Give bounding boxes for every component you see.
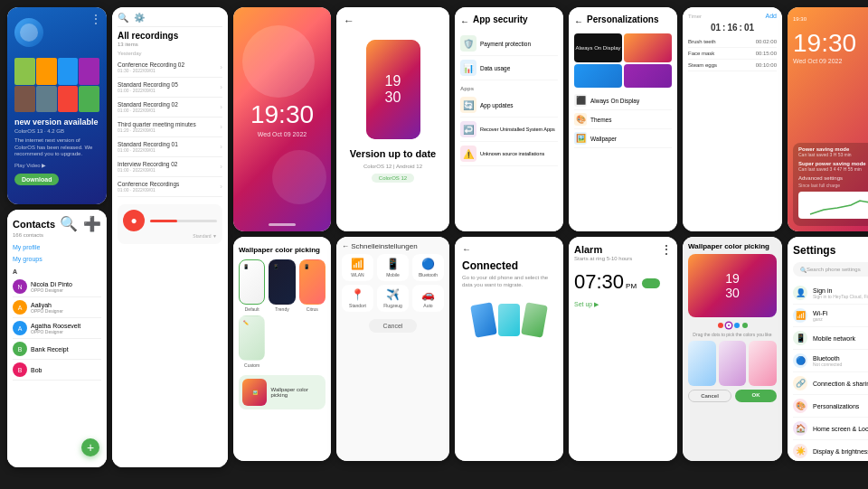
- display-icon: ☀️: [793, 444, 807, 458]
- schnell-cancel-button[interactable]: Cancel: [369, 319, 418, 333]
- dot-red[interactable]: [718, 323, 723, 328]
- recordings-toolbar: 🔍 ⚙️: [118, 13, 222, 27]
- sec-recover[interactable]: ↩️ Recover Uninstalled System Apps: [460, 118, 558, 142]
- settings-bluetooth[interactable]: 🔵 Bluetooth Not connected: [793, 350, 868, 372]
- recording-item-4[interactable]: Third quarter meeting minutes01:20 · 202…: [118, 118, 222, 137]
- transfer-animation: [462, 304, 556, 336]
- advanced-settings-link[interactable]: Advanced settings: [798, 175, 868, 181]
- settings-search-bar[interactable]: 🔍 Search phone settings: [793, 262, 868, 277]
- version-number: ColorOS 13 · 4.2 GB: [14, 128, 99, 136]
- recording-item-7[interactable]: Conference Recordings01:00 · 2022/09/01 …: [118, 177, 222, 197]
- settings-personalizations[interactable]: 🎨 Personalizations: [793, 395, 868, 418]
- timer-item-2[interactable]: Face mask 00:15:00: [688, 48, 777, 60]
- location-icon: 📍: [351, 288, 364, 301]
- settings-icon[interactable]: ⚙️: [134, 13, 145, 23]
- column-7: Timer Add 01 : 16 : 01 Brush teeth 00:02…: [683, 7, 782, 461]
- date-numbers-display: 01 : 16 : 01: [688, 23, 777, 33]
- dot-purple[interactable]: [726, 323, 731, 328]
- search-icon[interactable]: 🔍: [118, 13, 128, 23]
- alarm-menu[interactable]: ⋮: [661, 243, 672, 256]
- contact-role-aaliyah: OPPO Designer: [31, 308, 63, 314]
- sec-data[interactable]: 📊 Data usage: [460, 56, 558, 80]
- schnell-mobile[interactable]: 📱 Mobile: [377, 254, 409, 281]
- recording-item-3[interactable]: Standard Recording 0201:00 · 2022/09/01 …: [118, 98, 222, 118]
- sec-unknown[interactable]: ⚠️ Unknown source installations: [460, 142, 558, 166]
- menu-dots[interactable]: ⋮: [90, 13, 101, 25]
- contact-aaliyah[interactable]: A Aaliyah OPPO Designer: [13, 297, 101, 318]
- recording-item-6[interactable]: Interview Recording 0201:00 · 2022/09/01…: [118, 157, 222, 177]
- download-button[interactable]: Download: [14, 174, 59, 185]
- schnell-wlan[interactable]: 📶 WLAN: [342, 254, 373, 281]
- add-timer-btn[interactable]: Add: [766, 13, 777, 19]
- contact-nicola[interactable]: N Nicola Di Pinto OPPO Designer: [13, 277, 101, 297]
- settings-connection[interactable]: 🔗 Connection & sharing: [793, 372, 868, 395]
- back-connected[interactable]: ←: [462, 244, 556, 254]
- schnell-bluetooth[interactable]: 🔵 Bluetooth: [412, 254, 444, 281]
- schnell-airplane[interactable]: ✈️ Flugzeug: [377, 285, 409, 312]
- recording-item-2[interactable]: Standard Recording 0501:00 · 2022/09/01 …: [118, 78, 222, 98]
- add-contact-fab[interactable]: +: [81, 438, 99, 456]
- wp-clock: 1930: [725, 271, 740, 300]
- arrow-icon-6: ›: [220, 163, 222, 171]
- back-security[interactable]: ←: [460, 16, 469, 26]
- settings-mobile[interactable]: 📱 Mobile network: [793, 327, 868, 350]
- person-wallpaper[interactable]: 🖼️ Wallpaper: [574, 129, 672, 148]
- schnell-back-label[interactable]: ← Schnelleinstellungen: [342, 242, 444, 250]
- timer-item-3[interactable]: Steam eggs 00:10:00: [688, 60, 777, 71]
- blob-2: [272, 150, 326, 204]
- alarm-toggle[interactable]: [642, 278, 660, 288]
- contacts-search-icon[interactable]: 🔍: [60, 215, 78, 232]
- contact-agatha[interactable]: A Agatha Roosevelt OPPO Designer: [13, 318, 101, 339]
- person-title: Personalizations: [587, 14, 658, 24]
- person-themes[interactable]: 🎨 Themes: [574, 110, 672, 129]
- play-video[interactable]: Play Video ▶: [14, 162, 46, 168]
- dot-blue[interactable]: [734, 323, 740, 328]
- contact-bob[interactable]: B Bob: [13, 360, 101, 381]
- my-groups[interactable]: My groups: [13, 253, 101, 265]
- date-num-sep1: :: [722, 23, 725, 33]
- contacts-add-icon[interactable]: ➕: [83, 215, 101, 232]
- theme-citrus[interactable]: 📱 Citrus: [299, 259, 326, 312]
- wp-thumb-3[interactable]: [749, 341, 777, 386]
- timer-item-1[interactable]: Brush teeth 00:02:00: [688, 36, 777, 48]
- wallpaper-pick-row[interactable]: 🖼️ Wallpaper color picking: [239, 375, 326, 409]
- contact-bank[interactable]: B Bank Receipt: [13, 339, 101, 360]
- settings-phone-screen: 19:30 🔋 19:30 Wed Oct 09 2022 Power savi…: [788, 7, 868, 231]
- wp-ok-button[interactable]: OK: [735, 390, 777, 402]
- theme-trendy[interactable]: 📱 Trendy: [269, 259, 295, 312]
- back-person[interactable]: ←: [574, 16, 583, 26]
- back-button-version[interactable]: ←: [344, 14, 354, 27]
- recording-item-5[interactable]: Standard Recording 0101:00 · 2022/09/01 …: [118, 137, 222, 157]
- auto-label: Auto: [423, 303, 432, 308]
- alarm-subtitle: Starts at ring 5-10 hours: [574, 256, 672, 261]
- settings-display[interactable]: ☀️ Display & brightness: [793, 440, 868, 461]
- date-header: Timer Add: [688, 13, 777, 19]
- recording-item-1[interactable]: Conference Recording 0201:30 · 2022/09/0…: [118, 58, 222, 78]
- settings-homescreen[interactable]: 🏠 Home screen & Lock screen: [793, 418, 868, 440]
- person-aod[interactable]: ⬛ Always On Display: [574, 91, 672, 110]
- sec-updates[interactable]: 🔄 App updates: [460, 93, 558, 118]
- wp-thumb-1[interactable]: [688, 341, 716, 386]
- wp-cancel-button[interactable]: Cancel: [688, 390, 731, 402]
- settings-signin[interactable]: 👤 Sign in Sign in to HeyTap Cloud, Find …: [793, 282, 868, 305]
- payment-icon: 🛡️: [460, 35, 476, 52]
- wp-preview-thumb: 🖼️: [242, 379, 267, 406]
- schnell-auto[interactable]: 🚗 Auto: [412, 285, 444, 312]
- theme-default[interactable]: 📱 Default: [239, 259, 265, 312]
- wp-thumb-2[interactable]: [719, 341, 747, 386]
- dot-green[interactable]: [742, 323, 748, 328]
- settings-title: Settings: [793, 244, 868, 257]
- play-pause-button[interactable]: ●: [123, 210, 145, 231]
- security-title: App security: [473, 14, 528, 24]
- column-5: ← App security 🛡️ Payment protection 📊 D…: [455, 7, 563, 461]
- timer-list: Brush teeth 00:02:00 Face mask 00:15:00 …: [688, 36, 777, 71]
- theme-custom[interactable]: ✏️ Custom: [239, 315, 265, 368]
- date-num-2: 16: [727, 23, 737, 33]
- schnell-location[interactable]: 📍 Standort: [342, 285, 373, 312]
- settings-wifi[interactable]: 📶 Wi-Fi ganz: [793, 305, 868, 327]
- contact-role-nicola: OPPO Designer: [31, 287, 72, 293]
- set-up-label[interactable]: Set up ▶: [574, 301, 672, 308]
- sec-payment[interactable]: 🛡️ Payment protection: [460, 32, 558, 56]
- my-profile[interactable]: My profile: [13, 241, 101, 253]
- wallpaper-picker-screen: Wallpaper color picking 1930 Drag the do…: [683, 237, 782, 461]
